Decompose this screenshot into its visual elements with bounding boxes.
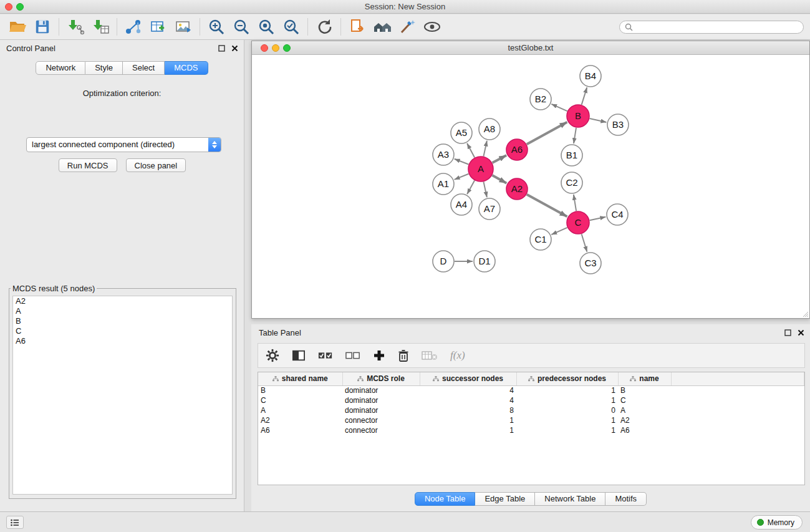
table-cell[interactable]: 1	[516, 415, 618, 425]
graph-node-D1[interactable]: D1	[474, 251, 495, 272]
table-cell[interactable]: A	[618, 405, 671, 415]
graph-edge-A-A7[interactable]	[484, 182, 487, 198]
graph-node-A6[interactable]: A6	[506, 139, 528, 160]
graph-edge-C-C1[interactable]	[551, 228, 567, 235]
close-panel-icon[interactable]	[231, 44, 239, 52]
graph-edge-A-A2[interactable]	[492, 175, 506, 183]
function-builder-button[interactable]: f(x)	[450, 347, 465, 364]
table-cell[interactable]: A6	[258, 425, 342, 435]
table-cell[interactable]: B	[618, 385, 671, 395]
graph-node-B3[interactable]: B3	[607, 114, 629, 135]
new-network-button[interactable]	[121, 16, 146, 37]
network-graph[interactable]: B4B2BB3A5A8A6B1A3AC2A1A2A4A7C4CC1DD1C3	[252, 56, 809, 318]
column-header-name[interactable]: name	[618, 372, 671, 385]
tab-mcds[interactable]: MCDS	[165, 61, 208, 75]
mcds-result-item[interactable]: A2	[13, 296, 232, 306]
graph-edge-A-A1[interactable]	[455, 174, 469, 180]
run-mcds-button[interactable]: Run MCDS	[59, 158, 117, 172]
network-minimize-button[interactable]	[272, 44, 279, 52]
first-neighbors-button[interactable]	[345, 16, 370, 37]
tab-select[interactable]: Select	[123, 61, 165, 75]
graph-node-A7[interactable]: A7	[479, 198, 500, 220]
table-cell[interactable]: C	[258, 395, 342, 405]
export-image-button[interactable]	[171, 16, 196, 37]
graph-node-C2[interactable]: C2	[561, 172, 582, 193]
global-search-field[interactable]	[619, 21, 804, 34]
graph-node-D[interactable]: D	[433, 251, 454, 272]
table-cell[interactable]: C	[618, 395, 671, 405]
close-window-button[interactable]	[5, 3, 12, 11]
graph-edge-B-B4[interactable]	[582, 87, 587, 105]
resize-grip-icon[interactable]	[801, 310, 809, 317]
tab-edge-table[interactable]: Edge Table	[475, 492, 535, 506]
graph-node-A4[interactable]: A4	[451, 194, 472, 215]
criterion-dropdown[interactable]: largest connected component (directed)	[26, 137, 221, 152]
graph-edge-B-B2[interactable]	[551, 104, 567, 111]
refresh-view-button[interactable]	[312, 16, 337, 37]
table-cell[interactable]: dominator	[342, 385, 420, 395]
table-cell[interactable]: 8	[420, 405, 516, 415]
table-cell[interactable]: 1	[516, 425, 618, 435]
graph-node-A1[interactable]: A1	[433, 173, 454, 195]
network-canvas[interactable]: B4B2BB3A5A8A6B1A3AC2A1A2A4A7C4CC1DD1C3	[252, 56, 809, 318]
float-panel-icon[interactable]	[218, 44, 226, 52]
new-table-button[interactable]	[146, 16, 171, 37]
tab-node-table[interactable]: Node Table	[415, 492, 476, 506]
home-layout-button[interactable]	[370, 16, 395, 37]
table-cell[interactable]: dominator	[342, 395, 420, 405]
graph-edge-C-C4[interactable]	[590, 217, 606, 220]
graph-node-C1[interactable]: C1	[530, 229, 551, 250]
table-row[interactable]: Bdominator41B	[258, 385, 804, 395]
column-header-predecessor-nodes[interactable]: predecessor nodes	[516, 372, 618, 385]
graph-node-C4[interactable]: C4	[607, 204, 628, 225]
mcds-result-item[interactable]: B	[13, 316, 232, 326]
table-row[interactable]: Adominator80A	[258, 405, 804, 415]
close-panel-icon[interactable]	[797, 329, 805, 337]
graph-node-A3[interactable]: A3	[433, 144, 454, 165]
table-settings-button[interactable]	[266, 347, 279, 364]
mcds-result-item[interactable]: A6	[13, 336, 232, 346]
table-row[interactable]: A6connector11A6	[258, 425, 804, 435]
show-columns-button[interactable]	[292, 347, 306, 364]
table-cell[interactable]: 1	[516, 385, 618, 395]
memory-button[interactable]: Memory	[751, 515, 803, 530]
graph-node-B[interactable]: B	[567, 105, 589, 127]
table-cell[interactable]: 4	[420, 395, 516, 405]
graph-edge-A-A8[interactable]	[484, 141, 487, 157]
graph-edge-B-B3[interactable]	[590, 118, 607, 122]
tab-motifs[interactable]: Motifs	[605, 492, 647, 506]
table-cell[interactable]: B	[258, 385, 342, 395]
zoom-window-button[interactable]	[16, 3, 24, 11]
graph-edge-B-B1[interactable]	[574, 128, 576, 143]
float-panel-icon[interactable]	[784, 329, 792, 337]
graph-edge-A-A4[interactable]	[467, 180, 475, 194]
table-cell[interactable]: A6	[618, 425, 671, 435]
table-cell[interactable]: 1	[420, 425, 516, 435]
delete-column-button[interactable]	[422, 347, 438, 364]
column-header-successor-nodes[interactable]: successor nodes	[420, 372, 516, 385]
column-header-mcds-role[interactable]: MCDS role	[342, 372, 420, 385]
deselect-all-button[interactable]	[345, 347, 360, 364]
table-cell[interactable]: A2	[258, 415, 342, 425]
network-window-titlebar[interactable]: testGlobe.txt	[252, 41, 809, 55]
graph-node-A5[interactable]: A5	[451, 122, 472, 143]
graph-edge-A2-C[interactable]	[527, 195, 567, 217]
zoom-fit-button[interactable]	[254, 16, 279, 37]
tab-style[interactable]: Style	[85, 61, 123, 75]
graph-node-B4[interactable]: B4	[580, 65, 601, 87]
table-row[interactable]: Cdominator41C	[258, 395, 804, 405]
add-row-button[interactable]	[373, 347, 385, 364]
table-cell[interactable]: 0	[516, 405, 618, 415]
close-panel-button[interactable]: Close panel	[126, 158, 186, 172]
select-all-button[interactable]	[318, 347, 333, 364]
graph-edge-C-C3[interactable]	[582, 234, 587, 252]
graph-edge-C-C2[interactable]	[574, 195, 576, 211]
column-header-shared-name[interactable]: shared name	[258, 372, 342, 385]
table-cell[interactable]: A	[258, 405, 342, 415]
table-cell[interactable]: 1	[420, 415, 516, 425]
mcds-result-list[interactable]: A2ABCA6	[12, 296, 233, 495]
table-row[interactable]: A2connector11A2	[258, 415, 804, 425]
search-input[interactable]	[635, 22, 803, 32]
table-cell[interactable]: dominator	[342, 405, 420, 415]
network-close-button[interactable]	[261, 44, 268, 52]
